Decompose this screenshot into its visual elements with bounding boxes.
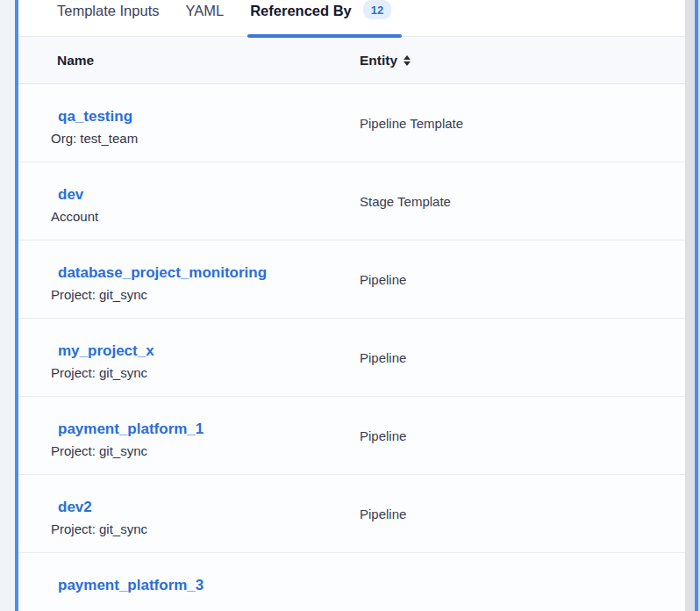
tab-template-inputs[interactable]: Template Inputs <box>57 0 159 37</box>
entity-type-label: Stage Template <box>360 162 685 240</box>
tab-yaml-label: YAML <box>185 1 224 20</box>
entity-name-link[interactable]: dev <box>58 185 83 204</box>
table-row[interactable]: dev Account Stage Template <box>18 162 685 241</box>
table-header-row: Name Entity <box>18 37 685 84</box>
table-row[interactable]: payment_platform_3 <box>18 553 685 611</box>
scope-label: Project: git_sync <box>51 286 351 303</box>
entity-name-link[interactable]: payment_platform_3 <box>58 576 204 594</box>
scope-label: Account <box>51 208 351 225</box>
tab-template-inputs-label: Template Inputs <box>57 1 159 20</box>
tab-yaml[interactable]: YAML <box>185 0 224 37</box>
entity-type-label: Pipeline <box>360 397 685 474</box>
entity-type-label: Pipeline <box>360 319 685 396</box>
name-cell: database_project_monitoring Project: git… <box>18 241 360 318</box>
entity-type-label <box>360 553 685 611</box>
name-cell: payment_platform_1 Project: git_sync <box>18 397 360 474</box>
panel-content: Template Inputs YAML Referenced By 12 Na… <box>18 0 685 611</box>
scope-label: Project: git_sync <box>51 521 351 537</box>
name-cell: my_project_x Project: git_sync <box>18 319 360 396</box>
entity-type-label: Pipeline Template <box>360 84 685 162</box>
scope-label: Project: git_sync <box>51 442 351 459</box>
entity-name-link[interactable]: my_project_x <box>58 341 154 360</box>
scope-label: Project: git_sync <box>51 364 351 381</box>
entity-type-label: Pipeline <box>360 241 685 318</box>
vertical-scrollbar-track[interactable] <box>685 0 695 611</box>
entity-name-link[interactable]: payment_platform_1 <box>58 420 204 438</box>
tab-referenced-by[interactable]: Referenced By 12 <box>250 0 391 37</box>
name-cell: dev2 Project: git_sync <box>18 475 360 552</box>
column-header-entity-label: Entity <box>360 53 397 68</box>
active-tab-indicator <box>247 34 402 38</box>
name-cell: dev Account <box>18 162 360 240</box>
table-row[interactable]: payment_platform_1 Project: git_sync Pip… <box>18 397 685 475</box>
table-row[interactable]: database_project_monitoring Project: git… <box>18 241 685 319</box>
tab-bar: Template Inputs YAML Referenced By 12 <box>18 0 685 37</box>
template-details-panel: Template Inputs YAML Referenced By 12 Na… <box>15 0 698 611</box>
column-header-entity-sort[interactable]: Entity <box>360 53 685 68</box>
tab-referenced-by-label: Referenced By <box>250 1 352 20</box>
sort-arrows-icon <box>404 55 411 66</box>
table-row[interactable]: dev2 Project: git_sync Pipeline <box>18 475 685 553</box>
entity-name-link[interactable]: database_project_monitoring <box>58 263 267 282</box>
entity-name-link[interactable]: dev2 <box>58 498 92 516</box>
referenced-by-count-badge: 12 <box>363 0 391 19</box>
table-row[interactable]: qa_testing Org: test_team Pipeline Templ… <box>18 84 685 162</box>
name-cell: payment_platform_3 <box>18 553 360 611</box>
scope-label: Org: test_team <box>51 130 351 147</box>
column-header-name: Name <box>18 53 360 68</box>
entity-name-link[interactable]: qa_testing <box>58 107 132 126</box>
entity-type-label: Pipeline <box>360 475 685 552</box>
table-row[interactable]: my_project_x Project: git_sync Pipeline <box>18 319 685 397</box>
name-cell: qa_testing Org: test_team <box>18 84 360 162</box>
